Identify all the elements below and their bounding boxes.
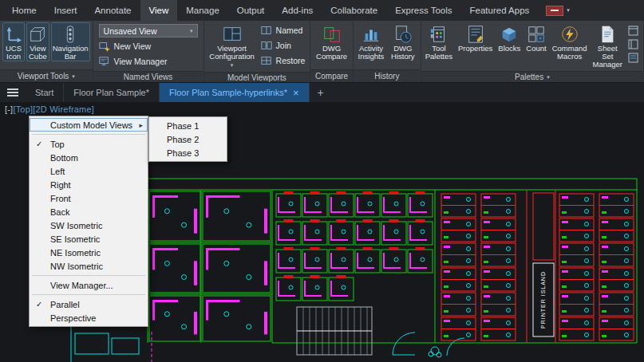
panel-title-history[interactable]: History bbox=[354, 69, 421, 82]
menu-item-label: Custom Model Views bbox=[50, 120, 132, 130]
join-icon bbox=[261, 40, 272, 51]
cube-icon bbox=[28, 25, 47, 44]
tab-floor-plan-sample[interactable]: Floor Plan Sample* bbox=[64, 83, 160, 102]
menu-item-phase-1[interactable]: Phase 1 bbox=[149, 119, 227, 132]
menu-item-label: NW Isometric bbox=[50, 262, 103, 271]
menu-tab-insert[interactable]: Insert bbox=[45, 0, 86, 21]
close-icon[interactable]: × bbox=[293, 88, 299, 98]
view-manager-button[interactable]: View Manager bbox=[99, 55, 198, 68]
panel-named-views: Unsaved View ▾ New View View Manager Nam… bbox=[93, 21, 204, 82]
menu-tab-featured-apps[interactable]: Featured Apps bbox=[461, 0, 539, 21]
menu-item-ne-isometric[interactable]: NE Isometric bbox=[30, 246, 148, 259]
chevron-down-icon: ▾ bbox=[547, 74, 550, 81]
menu-tab-express-tools[interactable]: Express Tools bbox=[386, 0, 460, 21]
menu-tab-annotate[interactable]: Annotate bbox=[85, 0, 140, 21]
menu-item-label: SW Isometric bbox=[50, 221, 102, 230]
panel-title-label: Model Viewports bbox=[227, 73, 286, 82]
chevron-down-icon: ▾ bbox=[567, 7, 570, 14]
viewport-minimize-control[interactable]: [-] bbox=[5, 104, 13, 114]
menu-tab-collaborate[interactable]: Collaborate bbox=[322, 0, 386, 21]
properties-button[interactable]: Properties bbox=[456, 22, 494, 53]
panel-viewport-tools: UCS Icon View Cube Navigation Bar Viewpo… bbox=[0, 21, 93, 82]
custom-model-views-submenu: Phase 1Phase 2Phase 3 bbox=[148, 116, 227, 162]
button-label: New View bbox=[114, 41, 152, 51]
viewport-configuration-button[interactable]: Viewport Configuration ▾ bbox=[207, 22, 258, 70]
navigation-bar-icon bbox=[61, 25, 80, 44]
menu-item-right[interactable]: Right bbox=[30, 178, 148, 191]
button-label: Viewport Configuration bbox=[208, 45, 256, 61]
menu-tab-manage[interactable]: Manage bbox=[177, 0, 228, 21]
sheet-set-manager-button[interactable]: Sheet Set Manager bbox=[591, 22, 624, 69]
viewport-visual-style-control[interactable]: [2D Wireframe] bbox=[33, 104, 94, 114]
menu-separator bbox=[32, 134, 145, 135]
file-tabs-menu-button[interactable] bbox=[0, 83, 26, 102]
menu-item-front[interactable]: Front bbox=[30, 191, 148, 205]
dwg-compare-button[interactable]: DWG Compare bbox=[313, 22, 350, 61]
menu-item-nw-isometric[interactable]: NW Isometric bbox=[30, 259, 148, 273]
submenu-arrow-icon: ▸ bbox=[139, 121, 143, 129]
ucs-icon-button[interactable]: UCS Icon bbox=[2, 22, 25, 61]
restore-viewports-button[interactable]: Restore bbox=[261, 54, 306, 67]
menu-item-top[interactable]: ✓Top bbox=[30, 137, 148, 151]
menu-item-label: Parallel bbox=[50, 300, 80, 309]
new-view-button[interactable]: New View bbox=[99, 40, 198, 53]
menu-tab-home[interactable]: Home bbox=[3, 0, 45, 21]
panel-model-viewports: Viewport Configuration ▾ Named Join Rest… bbox=[204, 21, 311, 82]
menu-item-left[interactable]: Left bbox=[30, 164, 148, 178]
tool-palettes-button[interactable]: Tool Palettes bbox=[424, 22, 454, 61]
menu-tab-add-ins[interactable]: Add-ins bbox=[273, 0, 322, 21]
tab-label: Floor Plan Sample-hyperlinks* bbox=[169, 88, 287, 97]
restore-icon bbox=[261, 55, 272, 66]
command-macros-button[interactable]: Command Macros bbox=[551, 22, 589, 61]
blocks-button[interactable]: Blocks bbox=[496, 22, 522, 53]
menu-item-label: Left bbox=[50, 167, 65, 176]
menu-item-back[interactable]: Back bbox=[30, 205, 148, 218]
panel-title-viewport-tools[interactable]: Viewport Tools ▾ bbox=[0, 69, 93, 82]
menu-item-phase-3[interactable]: Phase 3 bbox=[149, 146, 227, 159]
menu-item-bottom[interactable]: Bottom bbox=[30, 151, 148, 164]
palettes-aux-icon-middle[interactable] bbox=[628, 39, 638, 49]
panel-title-compare[interactable]: Compare bbox=[310, 69, 353, 82]
menu-tab-output[interactable]: Output bbox=[228, 0, 274, 21]
tab-floor-plan-sample-hyperlinks[interactable]: Floor Plan Sample-hyperlinks* × bbox=[160, 83, 310, 102]
button-label: Sheet Set Manager bbox=[593, 45, 622, 69]
menu-item-label: Right bbox=[50, 180, 71, 190]
workspace-switcher[interactable]: ▾ bbox=[538, 0, 578, 21]
named-view-dropdown[interactable]: Unsaved View ▾ bbox=[99, 24, 198, 37]
count-button[interactable]: Count bbox=[524, 22, 547, 53]
menu-item-se-isometric[interactable]: SE Isometric bbox=[30, 232, 148, 246]
menu-item-phase-2[interactable]: Phase 2 bbox=[149, 132, 227, 146]
menu-item-view-manager[interactable]: View Manager... bbox=[30, 278, 148, 292]
tab-label: Start bbox=[35, 88, 53, 97]
menu-tab-view[interactable]: View bbox=[140, 0, 178, 21]
menu-item-perspective[interactable]: Perspective bbox=[30, 311, 148, 325]
button-label: Restore bbox=[276, 56, 306, 65]
palettes-aux-icon-top[interactable] bbox=[628, 26, 638, 36]
panel-title-model-viewports[interactable]: Model Viewports bbox=[204, 72, 310, 82]
tab-start[interactable]: Start bbox=[26, 83, 64, 102]
menu-item-sw-isometric[interactable]: SW Isometric bbox=[30, 218, 148, 232]
palettes-aux-icon-bottom[interactable] bbox=[628, 53, 638, 63]
checkmark-icon: ✓ bbox=[36, 140, 42, 148]
viewport-view-control[interactable]: [Top] bbox=[13, 104, 33, 114]
chevron-down-icon: ▾ bbox=[190, 28, 193, 34]
chevron-down-icon: ▾ bbox=[231, 61, 234, 69]
menu-item-parallel[interactable]: ✓Parallel bbox=[30, 297, 148, 311]
panel-title-palettes[interactable]: Palettes ▾ bbox=[421, 71, 643, 82]
activity-insights-button[interactable]: Activity Insights bbox=[356, 22, 386, 61]
menu-item-label: Bottom bbox=[50, 153, 78, 163]
button-label: UCS Icon bbox=[4, 45, 23, 61]
navigation-bar-button[interactable]: Navigation Bar bbox=[51, 22, 90, 61]
menu-item-custom-model-views[interactable]: Custom Model Views▸ bbox=[30, 118, 148, 132]
join-viewports-button[interactable]: Join bbox=[261, 39, 306, 52]
dwg-history-icon bbox=[393, 25, 413, 44]
dwg-compare-icon bbox=[322, 25, 342, 44]
new-tab-button[interactable]: + bbox=[310, 83, 332, 102]
view-cube-button[interactable]: View Cube bbox=[26, 22, 49, 61]
dwg-history-button[interactable]: DWG History bbox=[388, 22, 418, 61]
button-label: Blocks bbox=[498, 45, 520, 53]
panel-title-named-views[interactable]: Named Views bbox=[93, 71, 203, 82]
menu-item-label: View Manager... bbox=[50, 281, 113, 290]
named-viewports-button[interactable]: Named bbox=[261, 24, 306, 37]
button-label: Named bbox=[276, 26, 303, 35]
